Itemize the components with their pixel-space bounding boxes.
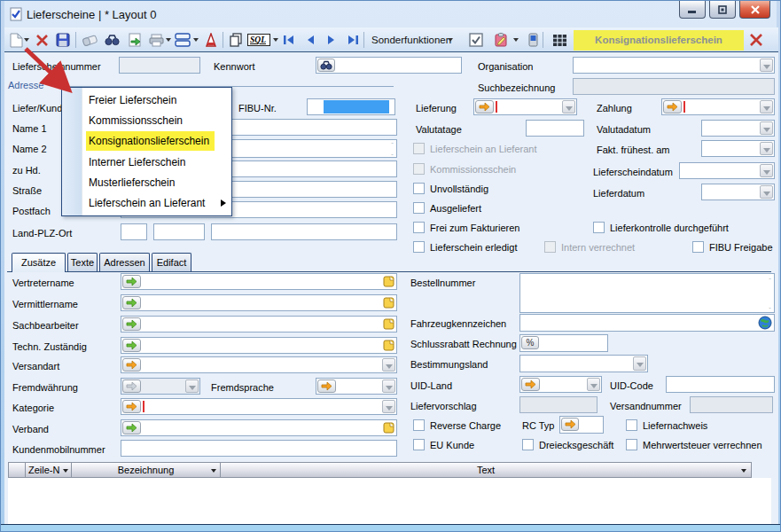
rc-typ-field[interactable]: [559, 416, 604, 434]
scroll-up-icon[interactable]: ˆ: [391, 142, 394, 148]
chevron-down-icon[interactable]: [382, 358, 395, 372]
notes-icon[interactable]: [383, 276, 394, 287]
sql-dropdown-icon[interactable]: [273, 38, 278, 44]
zahlung-jump-button[interactable]: [663, 100, 682, 113]
jump-button[interactable]: [561, 418, 579, 431]
bestellnummer-textarea[interactable]: ˆ ˆ: [519, 273, 775, 313]
eu-kunde-checkbox[interactable]: [413, 439, 425, 450]
chevron-down-icon[interactable]: [760, 142, 773, 155]
notes-icon[interactable]: [383, 297, 394, 309]
delete-x-icon[interactable]: [34, 32, 50, 48]
fakt-fruehest-am-combo[interactable]: [701, 140, 775, 157]
verband-field[interactable]: [121, 419, 397, 436]
uid-land-combo[interactable]: [519, 376, 602, 393]
menu-item-konsignationslieferschein[interactable]: Konsignationslieferschein: [86, 131, 215, 151]
layout-list-icon[interactable]: [175, 32, 191, 48]
grid-col-bezeichnung[interactable]: Bezeichnung: [72, 462, 221, 478]
jump-button[interactable]: [122, 296, 141, 309]
close-layout-x-icon[interactable]: [748, 32, 764, 48]
chevron-down-icon[interactable]: [587, 378, 600, 391]
menu-item-musterlieferschein[interactable]: Musterlieferschein: [86, 173, 228, 192]
nav-last-icon[interactable]: [345, 32, 361, 48]
tab-texte[interactable]: Texte: [67, 253, 98, 271]
menu-item-freier-lieferschein[interactable]: Freier Lieferschein: [86, 90, 228, 110]
menu-item-lieferschein-an-lieferant[interactable]: Lieferschein an Lieferant: [86, 193, 228, 213]
lieferkontrolle-checkbox[interactable]: [593, 222, 605, 233]
vermittlername-field[interactable]: [121, 294, 397, 311]
sort-arrow-icon[interactable]: [211, 469, 216, 475]
fax-report-icon[interactable]: [203, 32, 219, 48]
valutatage-input[interactable]: [526, 120, 584, 137]
chevron-down-icon[interactable]: [382, 400, 395, 413]
lieferscheindatum-combo[interactable]: [679, 162, 775, 179]
jump-button[interactable]: [122, 317, 141, 331]
sort-arrow-icon[interactable]: [63, 469, 68, 475]
mehrwertsteuer-checkbox[interactable]: [626, 439, 637, 450]
grid-col-text[interactable]: Text: [221, 462, 752, 478]
search-binoculars-icon[interactable]: [104, 32, 120, 48]
dreiecksgeschaeft-checkbox[interactable]: [522, 439, 534, 450]
chevron-down-icon[interactable]: [760, 121, 773, 135]
restore-button[interactable]: [709, 1, 736, 19]
schlussrabatt-input[interactable]: %: [519, 334, 608, 352]
lieferung-combo[interactable]: [473, 98, 577, 115]
sonderfunktionen-dropdown-icon[interactable]: [448, 38, 453, 44]
tab-edifact[interactable]: Edifact: [152, 253, 191, 271]
save-icon[interactable]: [55, 32, 71, 48]
unvollstaendig-checkbox[interactable]: [413, 183, 425, 194]
eraser-icon[interactable]: [82, 32, 98, 48]
copy-icon[interactable]: [228, 32, 244, 48]
nav-prev-icon[interactable]: [302, 32, 318, 48]
chevron-down-icon[interactable]: [562, 100, 575, 113]
tab-zusaetze[interactable]: Zusätze: [12, 253, 66, 272]
chevron-down-icon[interactable]: [633, 356, 646, 371]
liefernachweis-checkbox[interactable]: [626, 419, 637, 431]
menu-item-kommissionsschein[interactable]: Kommissionsschein: [86, 111, 228, 130]
chevron-down-icon[interactable]: [760, 59, 773, 72]
minimize-button[interactable]: [679, 1, 706, 19]
percent-button[interactable]: %: [521, 336, 539, 349]
organisation-combo[interactable]: [573, 57, 775, 74]
lieferschein-erledigt-checkbox[interactable]: [413, 241, 425, 253]
tab-adressen[interactable]: Adressen: [99, 253, 150, 271]
jump-button[interactable]: [122, 421, 141, 434]
kennwort-search-button[interactable]: [317, 59, 335, 72]
jump-button[interactable]: [122, 358, 141, 372]
scroll-up-icon[interactable]: ˆ: [769, 278, 771, 284]
ort-input[interactable]: [211, 223, 397, 240]
grid-col-zeile-n[interactable]: Zeile-N: [26, 462, 72, 478]
frei-zum-fakturieren-checkbox[interactable]: [413, 222, 425, 233]
chevron-down-icon[interactable]: [760, 164, 773, 177]
zahlung-combo[interactable]: [661, 98, 775, 115]
checkbox-icon[interactable]: [468, 32, 484, 48]
bestimmungsland-combo[interactable]: [519, 355, 648, 372]
scroll-down-icon[interactable]: ˆ: [391, 150, 394, 156]
techn-zustaendig-field[interactable]: [121, 337, 397, 354]
close-button[interactable]: [739, 1, 770, 19]
clipboard-edit-icon[interactable]: [493, 32, 509, 48]
chevron-down-icon[interactable]: [760, 100, 773, 113]
notes-icon[interactable]: [383, 422, 394, 434]
notes-icon[interactable]: [383, 340, 394, 351]
sql-icon[interactable]: SQL: [247, 32, 270, 48]
sachbearbeiter-field[interactable]: [121, 316, 397, 332]
sort-arrow-icon[interactable]: [741, 469, 746, 475]
new-document-icon[interactable]: [8, 32, 24, 48]
vertretername-field[interactable]: [121, 273, 397, 290]
clipboard-dropdown-icon[interactable]: [513, 38, 519, 44]
notes-icon[interactable]: [383, 318, 394, 330]
uid-code-input[interactable]: [666, 376, 775, 393]
globe-icon[interactable]: [758, 316, 772, 330]
print-dropdown-icon[interactable]: [166, 38, 171, 44]
jump-button[interactable]: [122, 339, 141, 352]
fibu-nr-input[interactable]: [307, 98, 395, 115]
grid-body[interactable]: [8, 478, 771, 525]
jump-button[interactable]: [122, 275, 141, 288]
fibu-freigabe-checkbox[interactable]: [692, 241, 704, 253]
import-icon[interactable]: [127, 32, 143, 48]
fremdsprache-combo[interactable]: [316, 378, 397, 395]
jump-button[interactable]: [521, 378, 540, 391]
plz-input[interactable]: [153, 223, 205, 240]
jump-button[interactable]: [122, 400, 141, 413]
titlebar[interactable]: Lieferscheine | * Layout 0: [1, 1, 780, 27]
